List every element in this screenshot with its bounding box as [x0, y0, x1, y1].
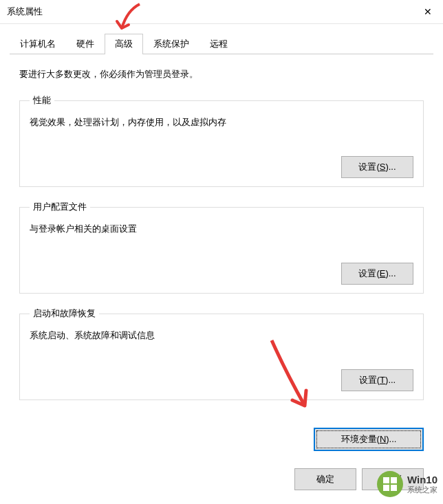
performance-settings-button[interactable]: 设置(S)... [341, 156, 413, 178]
tab-hardware[interactable]: 硬件 [66, 34, 105, 54]
watermark: Win10 系统之家 [377, 471, 437, 497]
performance-legend: 性能 [30, 94, 54, 107]
environment-variables-button[interactable]: 环境变量(N)... [314, 428, 424, 451]
titlebar: 系统属性 ✕ [0, 0, 443, 24]
ok-button[interactable]: 确定 [294, 468, 356, 490]
close-button[interactable]: ✕ [412, 0, 443, 24]
admin-note: 要进行大多数更改，你必须作为管理员登录。 [19, 68, 424, 80]
startup-recovery-legend: 启动和故障恢复 [30, 307, 99, 320]
user-profiles-desc: 与登录帐户相关的桌面设置 [30, 223, 413, 235]
tabs: 计算机名 硬件 高级 系统保护 远程 [10, 34, 433, 54]
startup-recovery-group: 启动和故障恢复 系统启动、系统故障和调试信息 设置(T)... [19, 307, 424, 400]
user-profiles-settings-button[interactable]: 设置(E)... [341, 263, 413, 285]
startup-recovery-desc: 系统启动、系统故障和调试信息 [30, 329, 413, 342]
close-icon: ✕ [424, 6, 432, 17]
system-properties-window: 系统属性 ✕ 计算机名 硬件 高级 系统保护 远程 要进行大多数更改，你必须作为… [0, 0, 443, 504]
tab-computer-name[interactable]: 计算机名 [10, 34, 66, 54]
watermark-badge [377, 471, 403, 497]
watermark-text: Win10 系统之家 [407, 474, 437, 494]
user-profiles-group: 用户配置文件 与登录帐户相关的桌面设置 设置(E)... [19, 201, 424, 294]
user-profiles-legend: 用户配置文件 [30, 201, 90, 213]
tabs-container: 计算机名 硬件 高级 系统保护 远程 [0, 24, 443, 54]
tab-advanced[interactable]: 高级 [105, 34, 143, 54]
watermark-brand: Win10 [407, 474, 437, 486]
performance-desc: 视觉效果，处理器计划，内存使用，以及虚拟内存 [30, 116, 413, 129]
windows-logo-icon [383, 477, 397, 491]
tab-system-protection[interactable]: 系统保护 [143, 34, 199, 54]
tab-content: 要进行大多数更改，你必须作为管理员登录。 性能 视觉效果，处理器计划，内存使用，… [0, 54, 443, 421]
env-var-row: 环境变量(N)... [0, 428, 443, 451]
tab-remote[interactable]: 远程 [199, 34, 238, 54]
window-title: 系统属性 [7, 6, 43, 18]
startup-recovery-settings-button[interactable]: 设置(T)... [341, 369, 413, 391]
watermark-site: 系统之家 [407, 485, 437, 494]
performance-group: 性能 视觉效果，处理器计划，内存使用，以及虚拟内存 设置(S)... [19, 94, 424, 187]
